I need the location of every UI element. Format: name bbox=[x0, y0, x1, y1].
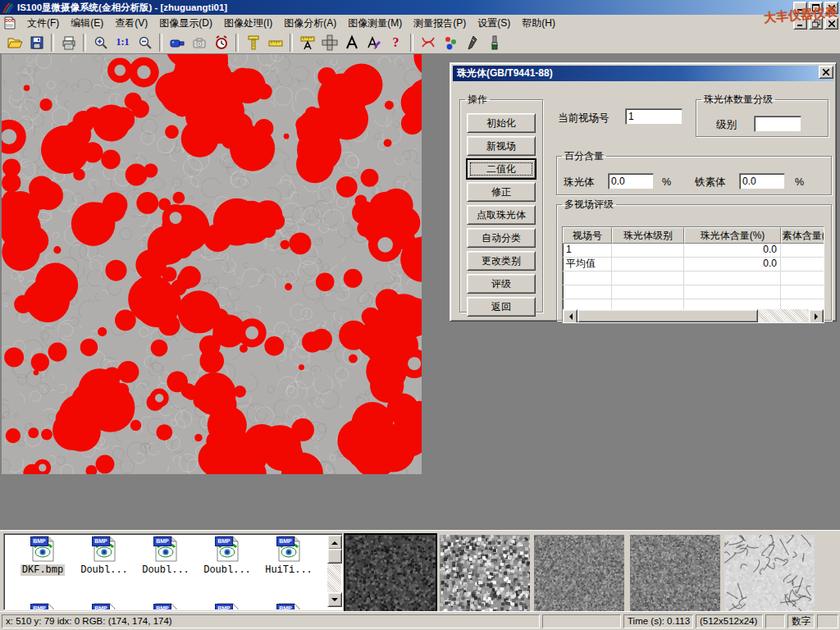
thumbnail-5[interactable] bbox=[724, 535, 815, 611]
file-name[interactable]: Doubl... bbox=[202, 564, 253, 576]
open-button[interactable] bbox=[3, 32, 25, 52]
timer-button[interactable] bbox=[210, 32, 232, 52]
photo-camera-icon bbox=[191, 34, 208, 51]
file-item[interactable]: BMP HuiTi... bbox=[258, 536, 319, 576]
col-ferrite-content[interactable]: 铁素体含量(%) bbox=[781, 227, 824, 244]
dialog-title-bar[interactable]: 珠光体(GB/T9441-88) bbox=[453, 66, 833, 81]
menu-edit[interactable]: 编辑(E) bbox=[65, 15, 109, 32]
menu-image-display[interactable]: 图像显示(D) bbox=[153, 15, 218, 32]
file-item[interactable]: BMP DKF.bmp bbox=[12, 536, 73, 576]
grade-group-title: 珠光体数量分级 bbox=[701, 93, 775, 107]
scrollbar-thumb[interactable] bbox=[578, 309, 758, 322]
new-field-button[interactable]: 新视场 bbox=[467, 136, 536, 156]
pen-button[interactable] bbox=[461, 32, 483, 52]
cell bbox=[781, 272, 824, 285]
insert-text-button[interactable] bbox=[340, 32, 363, 52]
scroll-up-button[interactable] bbox=[327, 535, 342, 550]
edit-text-button[interactable] bbox=[363, 32, 385, 52]
menu-file[interactable]: 文件(F) bbox=[21, 15, 65, 32]
file-item[interactable]: BMP bbox=[135, 603, 196, 610]
thumbnail-3[interactable] bbox=[534, 535, 624, 611]
file-list[interactable]: BMP DKF.bmp BMP Doubl... BMP Doubl... BM… bbox=[3, 533, 343, 610]
table-row[interactable] bbox=[563, 272, 824, 285]
auto-classify-button[interactable]: 自动分类 bbox=[467, 228, 536, 248]
scrollbar-thumb[interactable] bbox=[327, 549, 342, 564]
change-class-button[interactable]: 更改类别 bbox=[467, 251, 536, 271]
save-button[interactable] bbox=[25, 32, 48, 52]
menu-image-analyze[interactable]: 图像分析(A) bbox=[278, 15, 342, 32]
dialog-close-button[interactable] bbox=[819, 66, 833, 79]
save-icon bbox=[29, 34, 45, 51]
photo-camera-button[interactable] bbox=[188, 32, 210, 52]
zoom-in-button[interactable] bbox=[89, 32, 112, 52]
print-button[interactable] bbox=[57, 32, 80, 52]
document-icon[interactable]: DOC bbox=[3, 16, 16, 30]
scroll-down-button[interactable] bbox=[327, 592, 342, 607]
file-item[interactable]: BMP bbox=[12, 603, 73, 610]
merge-tiles-icon bbox=[322, 34, 338, 51]
rate-button[interactable]: 评级 bbox=[467, 274, 536, 294]
grade-label: 级别 bbox=[716, 118, 737, 132]
col-pearlite-grade[interactable]: 珠光体级别 bbox=[612, 227, 684, 244]
return-button[interactable]: 返回 bbox=[467, 297, 536, 317]
thumbnail-2[interactable] bbox=[440, 535, 530, 611]
ferrite-percent-input[interactable] bbox=[739, 173, 785, 189]
file-name[interactable]: Doubl... bbox=[79, 564, 130, 576]
table-header-row: 视场号 珠光体级别 珠光体含量(%) 铁素体含量(%) bbox=[563, 227, 824, 244]
ruler-button[interactable] bbox=[264, 32, 286, 52]
zoom-out-button[interactable] bbox=[134, 32, 156, 52]
file-item[interactable]: BMP Doubl... bbox=[74, 536, 135, 576]
menu-help[interactable]: 帮助(H) bbox=[516, 15, 561, 32]
table-row[interactable] bbox=[563, 285, 824, 299]
file-item[interactable]: BMP Doubl... bbox=[135, 536, 196, 576]
menu-settings[interactable]: 设置(S) bbox=[472, 15, 516, 32]
classify-points-button[interactable] bbox=[439, 32, 461, 52]
scroll-left-button[interactable] bbox=[563, 309, 578, 323]
table-row[interactable]: 1 0.0 bbox=[563, 244, 824, 258]
pearlite-unit: % bbox=[662, 176, 671, 188]
grade-input[interactable] bbox=[754, 116, 801, 132]
binarize-button[interactable]: 二值化 bbox=[467, 159, 536, 179]
file-item[interactable]: BMP bbox=[258, 603, 319, 610]
calibration-curve-button[interactable] bbox=[417, 32, 439, 52]
init-button[interactable]: 初始化 bbox=[467, 113, 536, 133]
file-name[interactable]: Doubl... bbox=[140, 564, 191, 576]
table-h-scrollbar[interactable] bbox=[563, 309, 824, 322]
file-list-scrollbar[interactable] bbox=[327, 535, 341, 607]
file-item[interactable]: BMP bbox=[74, 603, 135, 610]
menu-image-process[interactable]: 图像处理(I) bbox=[218, 15, 278, 32]
brush-button[interactable] bbox=[483, 32, 505, 52]
scrollbar-track[interactable] bbox=[758, 309, 809, 322]
micrograph-image[interactable] bbox=[2, 54, 422, 474]
file-item[interactable]: BMP Doubl... bbox=[197, 536, 258, 576]
pick-pearlite-button[interactable]: 点取珠光体 bbox=[467, 205, 536, 225]
help-button[interactable]: ? bbox=[385, 32, 407, 52]
menu-report[interactable]: 测量报告(P) bbox=[408, 15, 472, 32]
thumbnail-1[interactable] bbox=[345, 535, 436, 611]
col-pearlite-content[interactable]: 珠光体含量(%) bbox=[684, 227, 781, 244]
menu-image-measure[interactable]: 图像测量(M) bbox=[342, 15, 408, 32]
multi-view-table[interactable]: 视场号 珠光体级别 珠光体含量(%) 铁素体含量(%) 1 0.0 平均值 bbox=[562, 226, 824, 323]
table-row[interactable]: 平均值 0.0 bbox=[563, 258, 824, 272]
video-camera-button[interactable] bbox=[166, 32, 188, 52]
status-empty-3 bbox=[817, 614, 838, 628]
file-item[interactable]: BMP bbox=[197, 603, 258, 610]
pearlite-percent-input[interactable] bbox=[608, 173, 654, 189]
scroll-right-button[interactable] bbox=[809, 309, 824, 323]
thumbnail-4[interactable] bbox=[630, 535, 720, 611]
dialog-title: 珠光体(GB/T9441-88) bbox=[457, 66, 553, 80]
caliper-button[interactable] bbox=[242, 32, 264, 52]
merge-tiles-button[interactable] bbox=[318, 32, 340, 52]
measure-text-button[interactable] bbox=[296, 32, 318, 52]
current-view-input[interactable] bbox=[625, 108, 682, 125]
actual-size-button[interactable]: 1:1 bbox=[112, 32, 134, 52]
file-browser-pane: BMP DKF.bmp BMP Doubl... BMP Doubl... BM… bbox=[0, 530, 840, 612]
file-name[interactable]: DKF.bmp bbox=[21, 564, 65, 576]
file-name[interactable]: HuiTi... bbox=[263, 564, 314, 576]
calibration-curve-icon bbox=[420, 34, 436, 51]
col-view-number[interactable]: 视场号 bbox=[563, 227, 612, 244]
menu-view[interactable]: 查看(V) bbox=[109, 15, 153, 32]
correct-button[interactable]: 修正 bbox=[467, 182, 536, 202]
window-title: IS100显微摄像系统(金相分析版) - [zhuguangti01] bbox=[17, 2, 227, 14]
ruler-icon bbox=[267, 34, 284, 51]
